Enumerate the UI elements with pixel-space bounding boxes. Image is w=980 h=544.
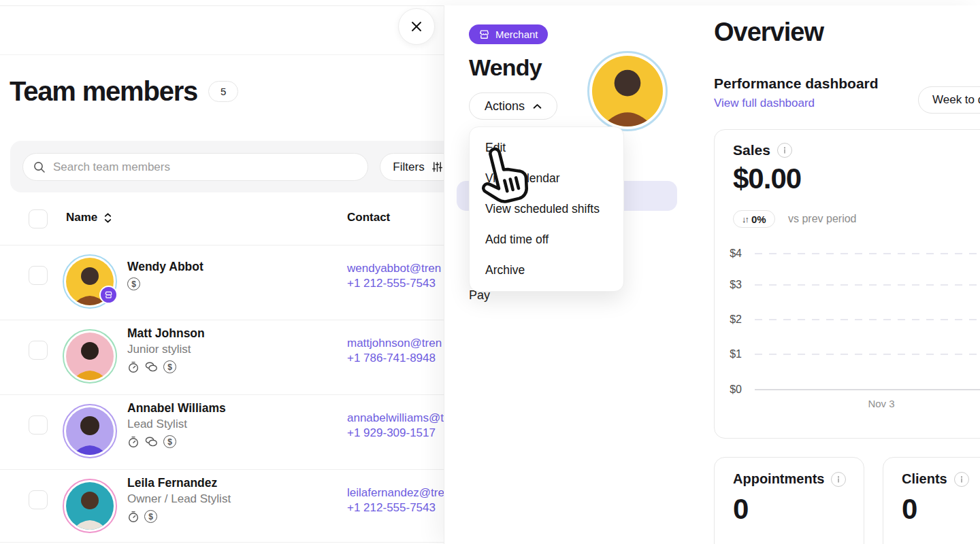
gridline — [755, 354, 980, 355]
avatar — [63, 254, 117, 309]
filters-icon — [431, 161, 443, 173]
hand-cursor-icon — [472, 144, 534, 209]
member-phone-link[interactable]: +1 929-309-1517 — [347, 426, 444, 441]
y-axis-label: $1 — [715, 348, 742, 360]
delta-badge: ↓↑ 0% — [733, 210, 775, 228]
up-down-arrows-icon: ↓↑ — [742, 214, 748, 224]
row-checkbox[interactable] — [29, 341, 48, 360]
member-phone-link[interactable]: +1 212-555-7543 — [347, 276, 441, 291]
period-selector-button[interactable]: Week to d — [918, 86, 980, 114]
row-checkbox[interactable] — [29, 415, 48, 435]
x-axis-label: Nov 3 — [851, 398, 912, 409]
member-name: Annabel Williams — [127, 401, 226, 415]
member-phone-link[interactable]: +1 212-555-7543 — [347, 500, 444, 515]
merchant-avatar-badge — [99, 286, 118, 304]
y-axis-label: $4 — [715, 248, 742, 260]
y-axis-label: $3 — [715, 279, 742, 291]
delta-caption: vs prev period — [788, 213, 857, 225]
search-icon — [33, 160, 46, 174]
count-badge: 5 — [208, 81, 238, 102]
delta-value: 0% — [751, 214, 766, 225]
storefront-icon — [478, 29, 490, 40]
info-icon[interactable] — [777, 143, 792, 158]
avatar — [63, 329, 117, 384]
overview-panel: Overview Performance dashboard View full… — [689, 5, 980, 544]
member-name: Matt Johnson — [127, 326, 205, 341]
clients-value: 0 — [902, 493, 917, 526]
merchant-badge: Merchant — [469, 24, 548, 44]
performance-dashboard-title: Performance dashboard — [714, 75, 879, 92]
timer-icon — [127, 511, 140, 523]
sales-value: $0.00 — [733, 163, 801, 195]
search-box[interactable] — [22, 153, 368, 181]
avatar — [63, 479, 117, 533]
actions-button-label: Actions — [485, 99, 525, 114]
page-title: Team members — [10, 76, 197, 107]
info-icon[interactable] — [831, 472, 846, 487]
x-axis-line — [755, 389, 980, 390]
info-icon[interactable] — [954, 472, 969, 487]
view-full-dashboard-link[interactable]: View full dashboard — [714, 97, 815, 110]
dollar-icon: $ — [163, 360, 176, 373]
gridline — [755, 319, 980, 320]
overview-title: Overview — [714, 18, 823, 47]
chevron-up-icon — [533, 103, 542, 109]
clients-label: Clients — [902, 471, 947, 487]
member-role: Junior stylist — [127, 343, 191, 356]
column-header-contact: Contact — [347, 211, 390, 224]
row-checkbox[interactable] — [29, 266, 48, 285]
sales-label: Sales — [733, 142, 770, 158]
clients-card: Clients 0 — [883, 457, 980, 544]
menu-item-archive[interactable]: Archive — [470, 255, 623, 286]
member-email-link[interactable]: wendyabbot@tren — [347, 261, 441, 276]
sort-icon[interactable] — [104, 213, 112, 223]
search-input[interactable] — [53, 160, 358, 174]
avatar — [63, 404, 117, 458]
close-icon — [410, 20, 423, 33]
timer-icon — [127, 361, 140, 373]
member-email-link[interactable]: annabelwilliams@t — [347, 411, 444, 426]
coins-icon — [144, 361, 159, 373]
timer-icon — [127, 436, 140, 448]
header-divider — [0, 54, 449, 55]
member-role: Lead Stylist — [127, 418, 187, 431]
dollar-icon: $ — [127, 277, 140, 290]
y-axis-label: $2 — [715, 313, 742, 326]
profile-avatar — [587, 51, 668, 131]
appointments-label: Appointments — [733, 471, 824, 487]
appointments-card: Appointments 0 — [714, 457, 864, 544]
sales-card: Sales $0.00 ↓↑ 0% vs prev period $4 $3 $… — [714, 129, 980, 439]
coins-icon — [144, 436, 159, 447]
filters-button-label: Filters — [393, 160, 424, 174]
member-name: Leila Fernandez — [127, 476, 217, 490]
member-phone-link[interactable]: +1 786-741-8948 — [347, 351, 442, 366]
row-checkbox[interactable] — [29, 490, 48, 509]
column-header-name[interactable]: Name — [66, 211, 97, 224]
actions-button[interactable]: Actions — [469, 92, 557, 120]
member-role: Owner / Lead Stylist — [127, 492, 231, 506]
member-email-link[interactable]: leilafernandez@tre — [347, 486, 444, 500]
gridline — [755, 284, 980, 286]
appointments-value: 0 — [733, 493, 748, 526]
select-all-checkbox[interactable] — [29, 209, 48, 228]
gridline — [755, 253, 980, 254]
merchant-badge-label: Merchant — [495, 29, 538, 40]
close-button[interactable] — [398, 8, 435, 45]
profile-name: Wendy — [469, 54, 542, 81]
member-name: Wendy Abbot — [127, 260, 203, 274]
member-email-link[interactable]: mattjohnson@tren — [347, 336, 442, 351]
y-axis-label: $0 — [715, 384, 742, 396]
dollar-icon: $ — [144, 510, 157, 523]
menu-item-add-time-off[interactable]: Add time off — [470, 224, 623, 255]
period-selector-label: Week to d — [932, 93, 980, 107]
dollar-icon: $ — [163, 435, 176, 448]
